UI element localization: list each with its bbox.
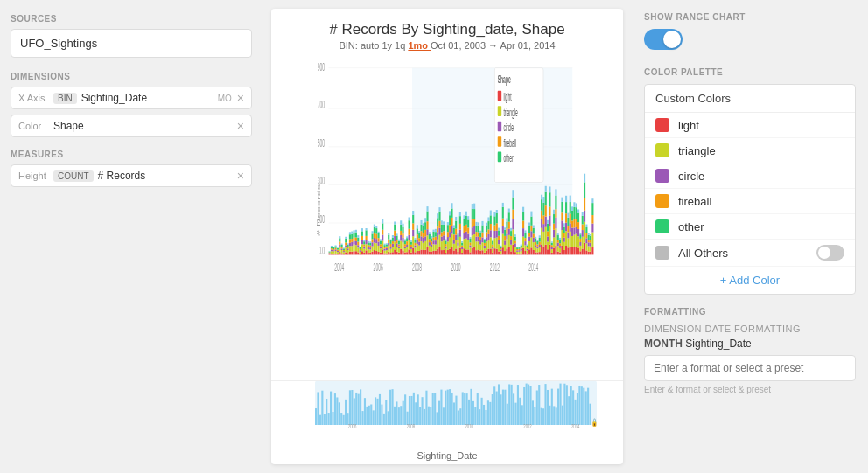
fireball-swatch xyxy=(655,194,669,208)
svg-rect-368 xyxy=(449,249,451,255)
color-close-icon[interactable]: × xyxy=(237,120,244,132)
bin-1q[interactable]: 1q xyxy=(395,40,408,51)
color-row-triangle[interactable]: triangle xyxy=(645,138,855,163)
svg-rect-678 xyxy=(553,214,555,224)
svg-rect-344 xyxy=(441,250,443,254)
color-palette-label: COLOR PALETTE xyxy=(644,67,856,77)
svg-rect-537 xyxy=(506,239,508,248)
svg-rect-99 xyxy=(357,247,359,252)
height-close-icon[interactable]: × xyxy=(237,170,244,182)
svg-rect-258 xyxy=(410,242,412,245)
svg-rect-119 xyxy=(363,244,365,246)
svg-rect-467 xyxy=(481,233,483,238)
svg-rect-216 xyxy=(396,236,397,240)
dim-date-label: DIMENSION DATE FORMATTING xyxy=(644,323,856,334)
svg-rect-827 xyxy=(334,393,336,425)
svg-rect-720 xyxy=(567,218,569,226)
svg-text:🔒: 🔒 xyxy=(592,418,597,428)
svg-rect-913 xyxy=(517,385,519,425)
svg-rect-76 xyxy=(349,243,351,246)
svg-rect-156 xyxy=(375,228,377,234)
svg-rect-214 xyxy=(396,243,397,247)
bin-1y[interactable]: 1y xyxy=(382,40,395,51)
xaxis-value: Sighting_Date xyxy=(81,92,218,104)
svg-rect-573 xyxy=(518,252,520,254)
svg-rect-917 xyxy=(526,384,528,425)
range-chart: 2.0k 1.5k 1.0k 500 0.0 2006 2008 2010 20… xyxy=(271,380,623,450)
svg-rect-497 xyxy=(492,245,494,247)
svg-rect-116 xyxy=(363,253,365,255)
svg-rect-636 xyxy=(539,238,541,242)
svg-rect-627 xyxy=(536,248,538,252)
svg-rect-77 xyxy=(349,240,351,243)
svg-rect-770 xyxy=(585,250,587,254)
svg-rect-136 xyxy=(369,247,371,249)
xaxis-close-icon[interactable]: × xyxy=(237,92,244,104)
svg-rect-549 xyxy=(510,245,512,252)
svg-rect-623 xyxy=(535,242,536,245)
svg-rect-742 xyxy=(576,227,578,234)
svg-rect-191 xyxy=(388,240,389,243)
show-range-toggle[interactable] xyxy=(644,29,682,50)
svg-rect-637 xyxy=(539,235,541,238)
svg-rect-49 xyxy=(339,236,340,238)
svg-rect-197 xyxy=(389,244,391,247)
bin-1mo[interactable]: 1mo xyxy=(408,40,430,51)
svg-rect-351 xyxy=(443,240,444,249)
svg-rect-933 xyxy=(559,384,561,425)
svg-rect-450 xyxy=(475,226,477,232)
svg-rect-256 xyxy=(410,247,412,249)
other-name: other xyxy=(678,220,844,233)
svg-rect-253 xyxy=(408,217,410,220)
formatting-section: FORMATTING DIMENSION DATE FORMATTING MON… xyxy=(644,307,856,394)
svg-rect-395 xyxy=(457,240,458,242)
color-row-other[interactable]: other xyxy=(645,214,855,240)
add-color-button[interactable]: + Add Color xyxy=(645,267,855,294)
svg-rect-650 xyxy=(545,245,547,255)
svg-rect-426 xyxy=(467,219,469,227)
svg-rect-396 xyxy=(457,234,458,240)
svg-rect-773 xyxy=(585,233,587,239)
svg-rect-581 xyxy=(521,247,522,248)
svg-rect-268 xyxy=(414,246,416,248)
color-row-light[interactable]: light xyxy=(645,113,855,138)
svg-rect-539 xyxy=(506,228,508,233)
all-others-toggle[interactable] xyxy=(816,245,844,261)
svg-rect-217 xyxy=(396,233,397,235)
svg-rect-847 xyxy=(376,399,378,425)
svg-rect-916 xyxy=(523,387,525,425)
svg-rect-114 xyxy=(361,231,363,235)
svg-rect-300 xyxy=(424,222,426,230)
svg-rect-158 xyxy=(378,252,380,254)
svg-rect-855 xyxy=(394,407,396,425)
svg-rect-270 xyxy=(414,240,416,243)
svg-rect-328 xyxy=(435,240,437,244)
source-input[interactable] xyxy=(10,29,252,58)
svg-rect-32 xyxy=(335,254,337,255)
svg-rect-252 xyxy=(408,220,410,228)
svg-rect-83 xyxy=(351,239,353,242)
svg-rect-724 xyxy=(570,223,571,232)
svg-rect-341 xyxy=(438,221,440,228)
svg-rect-746 xyxy=(578,247,579,254)
svg-rect-716 xyxy=(567,247,569,254)
svg-rect-71 xyxy=(347,247,349,248)
svg-rect-713 xyxy=(565,213,567,222)
svg-rect-909 xyxy=(508,384,510,425)
svg-rect-882 xyxy=(452,393,453,425)
svg-rect-684 xyxy=(555,196,556,210)
svg-rect-369 xyxy=(449,238,451,249)
color-row-circle[interactable]: circle xyxy=(645,163,855,189)
format-input[interactable] xyxy=(644,355,856,381)
all-others-row: All Others xyxy=(645,240,855,267)
svg-rect-551 xyxy=(510,236,512,240)
svg-rect-507 xyxy=(496,238,498,249)
color-row-fireball[interactable]: fireball xyxy=(645,189,855,214)
svg-rect-413 xyxy=(463,226,465,233)
svg-rect-245 xyxy=(406,241,408,245)
svg-rect-174 xyxy=(382,223,383,229)
bin-auto[interactable]: auto xyxy=(360,40,382,51)
svg-rect-944 xyxy=(583,388,584,425)
svg-rect-477 xyxy=(486,241,487,250)
svg-text:2004: 2004 xyxy=(334,261,344,274)
